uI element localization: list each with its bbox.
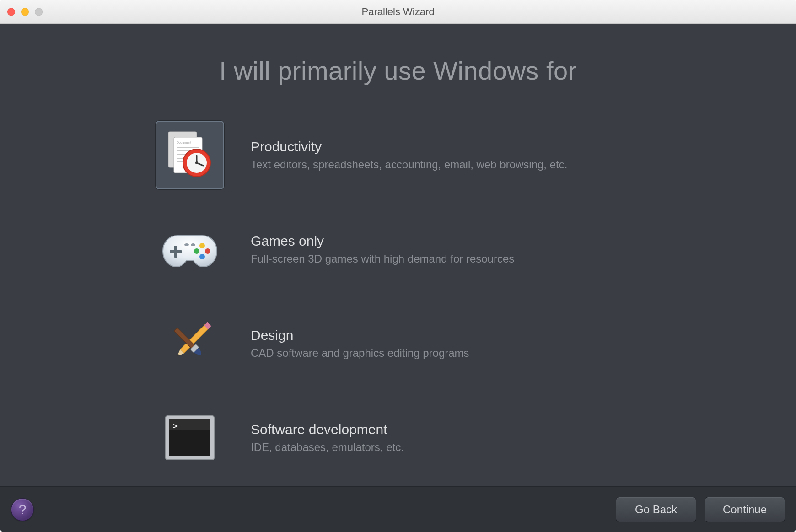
- titlebar: Parallels Wizard: [0, 0, 796, 24]
- svg-point-18: [194, 248, 199, 254]
- traffic-lights: [7, 8, 43, 16]
- svg-rect-14: [170, 250, 182, 253]
- terminal-icon: >_: [156, 403, 224, 472]
- go-back-label: Go Back: [635, 503, 677, 516]
- svg-text:>_: >_: [173, 421, 183, 430]
- brush-pencil-icon: [156, 309, 224, 378]
- svg-point-12: [195, 161, 198, 164]
- go-back-button[interactable]: Go Back: [616, 497, 696, 522]
- option-desc: Full-screen 3D games with high demand fo…: [251, 253, 640, 265]
- option-desc: CAD software and graphics editing progra…: [251, 347, 640, 360]
- option-productivity[interactable]: Document: [156, 121, 640, 189]
- option-title: Software development: [251, 422, 640, 437]
- option-title: Design: [251, 328, 640, 343]
- continue-button[interactable]: Continue: [705, 497, 785, 522]
- zoom-window-button[interactable]: [35, 8, 43, 16]
- option-list: Document: [156, 121, 640, 472]
- footer: ? Go Back Continue: [0, 486, 796, 532]
- svg-point-17: [199, 254, 205, 259]
- help-icon: ?: [19, 502, 27, 517]
- game-controller-icon: [156, 215, 224, 284]
- option-software-development[interactable]: >_ Software development IDE, databases, …: [156, 403, 640, 472]
- option-title: Productivity: [251, 139, 640, 155]
- wizard-window: Parallels Wizard I will primarily use Wi…: [0, 0, 796, 532]
- option-games[interactable]: Games only Full-screen 3D games with hig…: [156, 215, 640, 284]
- close-window-button[interactable]: [7, 8, 15, 16]
- option-title: Games only: [251, 233, 640, 249]
- content: I will primarily use Windows for Documen…: [0, 24, 796, 486]
- option-design[interactable]: Design CAD software and graphics editing…: [156, 309, 640, 378]
- heading-divider: [224, 102, 572, 102]
- svg-point-20: [191, 243, 195, 246]
- continue-label: Continue: [723, 503, 767, 516]
- document-clock-icon: Document: [156, 121, 224, 189]
- page-heading: I will primarily use Windows for: [219, 56, 577, 86]
- svg-point-19: [184, 243, 189, 246]
- svg-text:Document: Document: [177, 141, 191, 144]
- minimize-window-button[interactable]: [21, 8, 29, 16]
- window-title: Parallels Wizard: [0, 6, 796, 18]
- option-desc: IDE, databases, emulators, etc.: [251, 441, 640, 454]
- svg-point-16: [205, 248, 210, 254]
- svg-point-15: [199, 243, 205, 248]
- help-button[interactable]: ?: [11, 498, 34, 521]
- option-desc: Text editors, spreadsheets, accounting, …: [251, 158, 640, 171]
